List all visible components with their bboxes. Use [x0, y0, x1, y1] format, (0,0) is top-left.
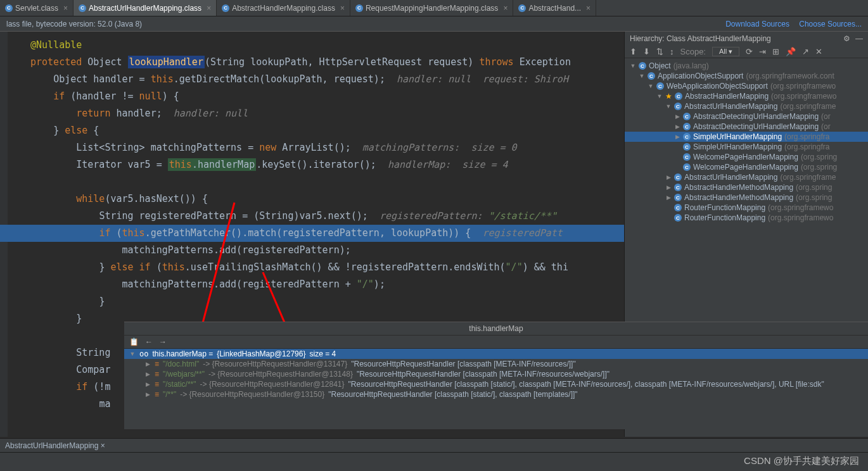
class-hierarchy-icon[interactable]: ⬆ — [630, 47, 637, 56]
tree-item[interactable]: ▶CAbstractUrlHandlerMapping (org.springf… — [625, 172, 868, 182]
tree-item[interactable]: ▼CApplicationObjectSupport (org.springfr… — [625, 71, 868, 81]
class-icon: C — [683, 163, 691, 171]
scope-selector[interactable]: All ▾ — [712, 47, 739, 56]
close-tab-icon[interactable]: × — [503, 4, 507, 13]
tree-item[interactable]: ▼CObject (java.lang) — [625, 61, 868, 71]
debug-entry-row[interactable]: ▶ ≡ "/webjars/**" -> {ResourceHttpReques… — [124, 369, 868, 379]
autoscroll-icon[interactable]: ⇥ — [759, 47, 766, 56]
back-icon[interactable]: ← — [145, 337, 153, 346]
class-icon: C — [674, 214, 682, 222]
class-icon: C — [683, 153, 691, 161]
tree-item[interactable]: ▶CAbstractHandlerMethodMapping (org.spri… — [625, 182, 868, 192]
refresh-icon[interactable]: ⟳ — [746, 47, 753, 56]
hide-icon[interactable]: — — [855, 34, 863, 43]
tree-item[interactable]: ▼CAbstractUrlHandlerMapping (org.springf… — [625, 101, 868, 111]
supertypes-icon[interactable]: ⬇ — [643, 47, 650, 56]
class-icon: C — [674, 194, 682, 201]
editor-tabs: CServlet.class×CAbstractUrlHandlerMappin… — [0, 0, 868, 16]
editor-tab[interactable]: CAbstractUrlHandlerMapping.class× — [73, 0, 217, 16]
close-tab-icon[interactable]: × — [340, 4, 345, 13]
new-watch-icon[interactable]: 📋 — [129, 337, 139, 346]
editor-tab[interactable]: CAbstractHand...× — [513, 0, 596, 16]
tree-item[interactable]: CRouterFunctionMapping (org.springframew… — [625, 203, 868, 213]
tree-item[interactable]: ▼CWebApplicationObjectSupport (org.sprin… — [625, 81, 868, 91]
editor-tab[interactable]: CAbstractHandlerMapping.class× — [217, 0, 350, 16]
debug-watch-panel: this.handlerMap 📋 ← → ▼ oo this.handlerM… — [124, 322, 868, 429]
editor-tab[interactable]: CRequestMappingHandlerMapping.class× — [350, 0, 513, 16]
debug-title: this.handlerMap — [124, 322, 868, 336]
class-icon: C — [518, 4, 526, 12]
class-icon: C — [683, 133, 691, 141]
debug-entry-row[interactable]: ▶ ≡ "/doc.html" -> {ResourceHttpRequestH… — [124, 359, 868, 369]
decompile-info-bar: lass file, bytecode version: 52.0 (Java … — [0, 16, 868, 32]
choose-sources-link[interactable]: Choose Sources... — [799, 20, 862, 28]
bytecode-info: lass file, bytecode version: 52.0 (Java … — [6, 20, 142, 28]
class-icon: C — [683, 113, 691, 120]
watermark: CSDN @协手共建美好家园 — [744, 455, 859, 467]
tree-item[interactable]: CWelcomePageHandlerMapping (org.spring — [625, 162, 868, 172]
forward-icon[interactable]: → — [159, 337, 167, 346]
execution-line: if (this.getPathMatcher().match(register… — [0, 225, 624, 242]
class-icon: C — [674, 204, 682, 211]
class-icon: C — [683, 143, 691, 151]
bottom-tab[interactable]: AbstractUrlHandlerMapping × — [5, 441, 105, 450]
close-tab-icon[interactable]: × — [207, 4, 211, 13]
tree-item[interactable]: CSimpleUrlHandlerMapping (org.springfra — [625, 142, 868, 152]
hierarchy-toolbar: ⬆ ⬇ ⇅ ↕ Scope: All ▾ ⟳ ⇥ ⊞ 📌 ↗ ✕ — [625, 46, 868, 58]
pin-icon[interactable]: 📌 — [786, 47, 796, 56]
debug-entry-row[interactable]: ▶ ≡ "/static/**" -> {ResourceHttpRequest… — [124, 379, 868, 389]
class-icon: C — [674, 103, 682, 110]
tree-item[interactable]: CRouterFunctionMapping (org.springframew… — [625, 213, 868, 223]
class-icon: C — [222, 4, 229, 12]
export-icon[interactable]: ↗ — [802, 47, 809, 56]
tree-item[interactable]: ▶CAbstractDetectingUrlHandlerMapping (or — [625, 122, 868, 132]
class-icon: C — [355, 4, 363, 12]
debug-root-row[interactable]: ▼ oo this.handlerMap = {LinkedHashMap@12… — [124, 349, 868, 359]
download-sources-link[interactable]: Download Sources — [725, 20, 789, 28]
expand-icon[interactable]: ⊞ — [772, 47, 779, 56]
tree-item[interactable]: CWelcomePageHandlerMapping (org.spring — [625, 152, 868, 162]
class-icon: C — [683, 123, 691, 130]
sort-icon[interactable]: ↕ — [670, 47, 674, 56]
class-icon: C — [675, 92, 682, 100]
debug-toolbar: 📋 ← → — [124, 336, 868, 349]
class-icon: C — [79, 4, 86, 12]
close-tab-icon[interactable]: × — [63, 4, 68, 13]
subtypes-icon[interactable]: ⇅ — [656, 47, 663, 56]
bottom-tabs: AbstractUrlHandlerMapping × — [0, 438, 868, 452]
class-icon: C — [656, 82, 664, 90]
tree-item[interactable]: ▶CAbstractHandlerMethodMapping (org.spri… — [625, 192, 868, 203]
gear-icon[interactable]: ⚙ — [843, 34, 850, 43]
close-icon[interactable]: ✕ — [815, 47, 822, 56]
tree-item[interactable]: ▶CSimpleUrlHandlerMapping (org.springfra — [625, 132, 868, 142]
status-bar — [0, 452, 868, 471]
class-icon: C — [5, 4, 13, 12]
class-icon: C — [674, 184, 682, 191]
hierarchy-title: Hierarchy: Class AbstractHandlerMapping — [630, 34, 771, 43]
tree-item[interactable]: ▼★CAbstractHandlerMapping (org.springfra… — [625, 91, 868, 101]
tree-item[interactable]: ▶CAbstractDetectingUrlHandlerMapping (or — [625, 111, 868, 122]
debug-entry-row[interactable]: ▶ ≡ "/**" -> {ResourceHttpRequestHandler… — [124, 389, 868, 399]
class-icon: C — [648, 72, 655, 80]
class-icon: C — [674, 173, 682, 181]
editor-tab[interactable]: CServlet.class× — [0, 0, 73, 16]
class-icon: C — [639, 62, 646, 70]
close-tab-icon[interactable]: × — [586, 4, 590, 13]
